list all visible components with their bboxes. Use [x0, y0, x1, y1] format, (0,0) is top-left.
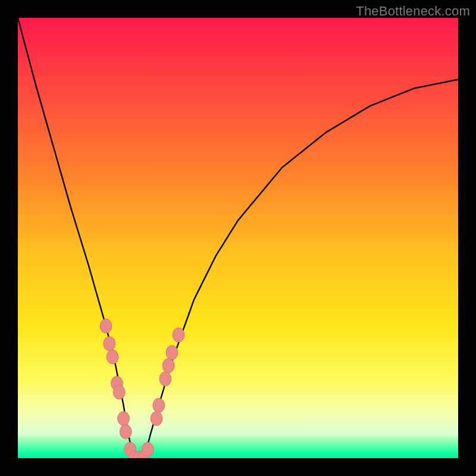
data-marker: [173, 328, 184, 342]
data-marker: [153, 398, 165, 412]
data-marker: [151, 411, 162, 425]
data-marker: [107, 350, 118, 364]
data-marker: [162, 359, 174, 373]
gradient-bg: [18, 18, 458, 458]
data-marker: [113, 385, 125, 399]
data-marker: [100, 319, 112, 333]
chart-svg: [18, 18, 458, 458]
data-marker: [159, 372, 171, 386]
data-marker: [120, 425, 131, 439]
chart-frame: TheBottleneck.com: [0, 0, 476, 476]
watermark-text: TheBottleneck.com: [356, 4, 470, 19]
plot-area: [18, 18, 458, 458]
data-marker: [118, 411, 130, 425]
data-marker: [166, 345, 178, 359]
data-marker: [142, 442, 154, 456]
data-marker: [104, 337, 115, 351]
